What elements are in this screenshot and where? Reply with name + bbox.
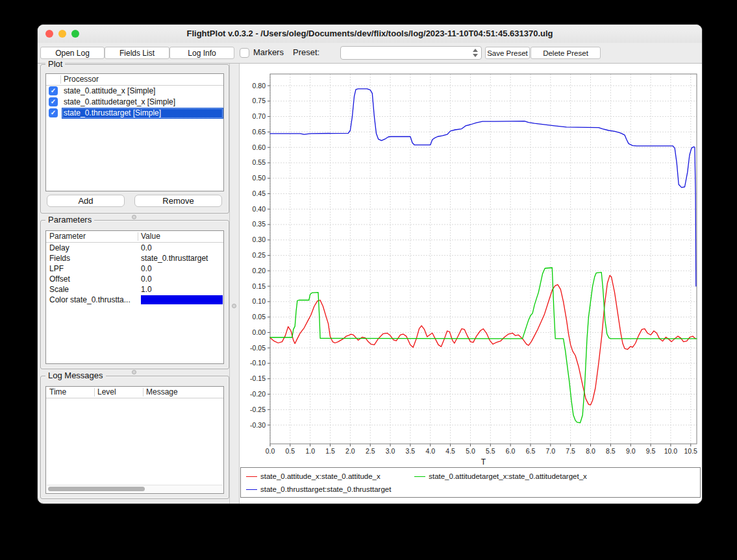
y-tick-label: 0.75 <box>253 97 266 104</box>
x-tick-label: 1.5 <box>325 447 335 455</box>
processor-checkbox[interactable]: ✓ <box>49 108 58 117</box>
y-tick-label: 0.20 <box>253 267 266 274</box>
legend-label: state_0.attitude_x:state_0.attitude_x <box>260 472 381 480</box>
x-tick-label: 2.0 <box>345 447 355 455</box>
vertical-splitter[interactable] <box>229 64 240 504</box>
y-tick-label: 0.10 <box>253 297 266 305</box>
processor-row[interactable]: ✓state_0.attitudetarget_x [Simple] <box>46 97 223 108</box>
processor-list[interactable]: Processor ✓state_0.attitude_x [Simple]✓s… <box>45 73 224 191</box>
parameter-name: LPF <box>49 263 64 274</box>
parameter-row[interactable]: Delay0.0 <box>46 243 223 253</box>
legend-line-icon <box>246 489 257 490</box>
log-column-header: Time <box>49 387 66 396</box>
y-tick-label: 0.00 <box>253 328 266 336</box>
legend-item: state_0.attitude_x:state_0.attitude_x <box>246 471 381 481</box>
parameter-name: Fields <box>49 253 70 263</box>
y-tick-label: 0.45 <box>253 189 266 197</box>
parameters-log-splitter[interactable] <box>132 370 136 374</box>
x-tick-label: 3.5 <box>406 447 416 455</box>
screenshot-stage: FlightPlot v.0.3.2 - /Users/oleg/Documen… <box>0 0 737 560</box>
parameter-name: Delay <box>49 243 69 253</box>
processor-label[interactable]: state_0.attitudetarget_x [Simple] <box>62 97 223 108</box>
parameter-name: Color state_0.thrustta... <box>49 295 131 305</box>
color-swatch[interactable] <box>141 295 223 304</box>
y-tick-label: -0.30 <box>250 421 266 429</box>
log-horizontal-scrollbar[interactable] <box>47 485 223 493</box>
open-log-button[interactable]: Open Log <box>40 47 105 59</box>
parameter-value[interactable]: 1.0 <box>141 284 223 295</box>
value-column-header: Value <box>141 232 160 241</box>
parameter-row[interactable]: Color state_0.thrustta... <box>46 295 223 305</box>
plot-panel: Plot Processor ✓state_0.attitude_x [Simp… <box>40 64 229 213</box>
x-tick-label: 9.0 <box>626 447 636 455</box>
log-messages-panel: Log Messages TimeLevelMessage <box>40 376 229 499</box>
processor-checkbox[interactable]: ✓ <box>49 86 58 95</box>
parameter-column-header: Parameter <box>49 232 86 241</box>
parameter-row[interactable]: Fieldsstate_0.thrusttarget <box>46 253 223 263</box>
parameter-value[interactable]: 0.0 <box>141 274 223 284</box>
x-tick-label: 8.0 <box>586 447 595 455</box>
x-tick-label: 10.0 <box>664 447 678 455</box>
x-axis-label: T <box>481 457 486 467</box>
x-tick-label: 2.5 <box>366 447 375 455</box>
log-table-header: TimeLevelMessage <box>46 387 223 398</box>
legend-item: state_0.attitudetarget_x:state_0.attitud… <box>414 471 587 481</box>
y-tick-label: 0.40 <box>253 205 266 213</box>
processor-label[interactable]: state_0.thrusttarget [Simple] <box>62 108 223 119</box>
markers-checkbox[interactable] <box>240 48 249 58</box>
processor-column-header: Processor <box>64 75 99 84</box>
vertical-splitter-handle[interactable] <box>232 304 236 308</box>
legend-item: state_0.thrusttarget:state_0.thrusttarge… <box>246 484 391 494</box>
x-tick-label: 9.5 <box>646 447 656 455</box>
x-tick-label: 5.5 <box>486 447 495 455</box>
x-tick-label: 6.0 <box>506 447 516 455</box>
processor-row[interactable]: ✓state_0.thrusttarget [Simple] <box>46 108 223 119</box>
save-preset-button[interactable]: Save Preset <box>485 47 530 59</box>
parameters-table[interactable]: Parameter Value Delay0.0Fieldsstate_0.th… <box>45 230 224 364</box>
x-tick-label: 6.5 <box>526 447 536 455</box>
processor-row[interactable]: ✓state_0.attitude_x [Simple] <box>46 86 223 97</box>
x-tick-label: 7.0 <box>546 447 556 455</box>
parameter-row[interactable]: Offset0.0 <box>46 274 223 284</box>
parameter-value[interactable]: state_0.thrusttarget <box>141 253 223 263</box>
parameters-panel: Parameters Parameter Value Delay0.0Field… <box>40 220 229 369</box>
window-title: FlightPlot v.0.3.2 - /Users/oleg/Documen… <box>90 25 650 43</box>
close-button[interactable] <box>45 30 53 38</box>
processor-label[interactable]: state_0.attitude_x [Simple] <box>62 86 223 97</box>
zoom-button[interactable] <box>71 30 79 38</box>
y-tick-label: 0.15 <box>253 282 266 290</box>
chart-panel: 0.00.51.01.52.02.53.03.54.04.55.05.56.06… <box>240 63 702 504</box>
combo-stepper-icon[interactable] <box>472 48 479 58</box>
remove-button[interactable]: Remove <box>134 195 222 207</box>
x-tick-label: 3.0 <box>386 447 395 455</box>
y-tick-label: 0.50 <box>253 174 266 182</box>
scrollbar-thumb[interactable] <box>48 487 145 491</box>
minimize-button[interactable] <box>58 30 66 38</box>
plot-border <box>270 74 697 444</box>
processor-list-header: Processor <box>46 74 223 86</box>
y-tick-label: -0.25 <box>250 406 266 413</box>
log-info-button[interactable]: Log Info <box>169 47 234 59</box>
processor-checkbox[interactable]: ✓ <box>49 97 58 106</box>
parameter-row[interactable]: Scale1.0 <box>46 284 223 295</box>
fields-list-button[interactable]: Fields List <box>105 47 169 59</box>
y-tick-label: 0.30 <box>253 236 266 243</box>
add-button[interactable]: Add <box>47 195 125 207</box>
log-column-header: Level <box>97 387 116 396</box>
y-tick-label: 0.35 <box>253 220 266 228</box>
series-line <box>270 268 697 423</box>
delete-preset-button[interactable]: Delete Preset <box>531 47 601 59</box>
chart-legend: state_0.attitude_x:state_0.attitude_xsta… <box>240 467 701 498</box>
log-messages-table[interactable]: TimeLevelMessage <box>45 386 224 494</box>
flight-plot-chart[interactable]: 0.00.51.01.52.02.53.03.54.04.55.05.56.06… <box>240 64 702 504</box>
x-tick-label: 0.5 <box>286 447 295 455</box>
y-tick-label: 0.80 <box>253 82 266 90</box>
series-line <box>270 275 695 405</box>
preset-combobox[interactable] <box>340 46 482 60</box>
parameter-value[interactable]: 0.0 <box>141 263 223 274</box>
parameter-row[interactable]: LPF0.0 <box>46 263 223 274</box>
log-messages-panel-title: Log Messages <box>45 371 106 380</box>
parameter-value[interactable]: 0.0 <box>141 243 223 253</box>
plot-parameters-splitter[interactable] <box>132 215 136 219</box>
x-tick-label: 10.5 <box>684 447 698 455</box>
